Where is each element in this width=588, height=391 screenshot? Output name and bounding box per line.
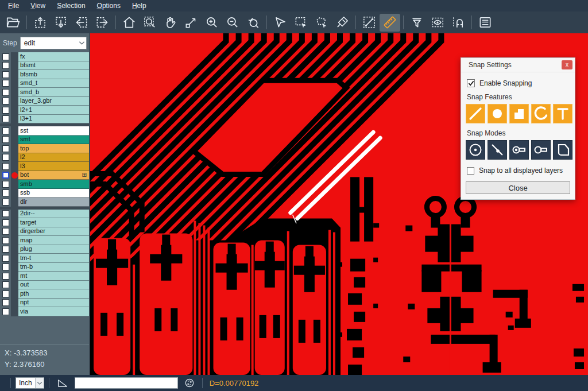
layer-checkbox-mt[interactable] — [2, 273, 9, 280]
layer-checkbox-npt[interactable] — [2, 299, 9, 306]
layer-checkbox-layer_3.gbr[interactable] — [2, 98, 9, 104]
open-folder-button[interactable] — [3, 14, 24, 32]
layer-label-dir[interactable]: dir — [18, 198, 89, 207]
brush-button[interactable] — [332, 14, 353, 32]
layer-label-tm-t[interactable]: tm-t — [18, 254, 89, 263]
layer-checkbox-smd_b[interactable] — [2, 89, 9, 96]
snap-magnet-button[interactable] — [448, 14, 469, 32]
layer-checkbox-l2[interactable] — [2, 154, 9, 161]
layer-checkbox-l3[interactable] — [2, 163, 9, 170]
layer-label-smt[interactable]: smt — [18, 136, 89, 145]
layer-label-via[interactable]: via — [18, 307, 89, 316]
layer-label-l2+1[interactable]: l2+1 — [18, 106, 89, 115]
snap-all-layers-checkbox[interactable] — [467, 167, 474, 175]
layer-checkbox-tm-t[interactable] — [2, 255, 9, 262]
layer-label-bot[interactable]: bot⊞ — [18, 171, 89, 180]
layer-label-out[interactable]: out — [18, 281, 89, 290]
snap-mode-pad-entry-open-button[interactable] — [531, 140, 551, 160]
layer-checkbox-l3+1[interactable] — [2, 115, 9, 122]
layer-checkbox-dirgerber[interactable] — [2, 228, 9, 235]
angle-measure-icon[interactable] — [56, 377, 69, 389]
layer-checkbox-pth[interactable] — [2, 291, 9, 297]
layer-label-bfsmt[interactable]: bfsmt — [18, 61, 89, 71]
nudge-left-button[interactable] — [71, 14, 92, 32]
layer-label-dirgerber[interactable]: dirgerber — [18, 227, 89, 237]
zoom-in-button[interactable] — [202, 14, 222, 32]
grid-icon[interactable]: ⊞ — [82, 172, 87, 178]
snap-mode-pad-entry-filled-button[interactable] — [509, 140, 529, 160]
layer-label-layer_3.gbr[interactable]: layer_3.gbr — [18, 97, 89, 106]
snap-mode-contour-button[interactable] — [553, 140, 572, 160]
menu-help[interactable]: Help — [126, 1, 152, 11]
snap-feature-text-button[interactable] — [553, 104, 572, 123]
pcb-canvas[interactable]: Snap Settings x Enable Snapping Snap Fea… — [90, 33, 588, 375]
filter-button[interactable] — [407, 14, 427, 32]
layer-label-plug[interactable]: plug — [18, 245, 89, 254]
layer-checkbox-bfsmb[interactable] — [2, 71, 9, 78]
layer-label-pth[interactable]: pth — [18, 289, 89, 299]
layer-checkbox-via[interactable] — [2, 308, 9, 315]
select-polygon-button[interactable] — [311, 14, 332, 32]
layer-checkbox-top[interactable] — [2, 145, 9, 152]
layer-label-smd_t[interactable]: smd_t — [18, 79, 89, 88]
unit-select[interactable]: Inch — [16, 377, 44, 389]
view-options-eye-button[interactable] — [427, 14, 448, 32]
menu-view[interactable]: View — [25, 1, 51, 11]
layer-checkbox-map[interactable] — [2, 237, 9, 244]
snap-mode-center-button[interactable] — [466, 140, 485, 160]
layer-label-fx[interactable]: fx — [18, 52, 89, 61]
step-select[interactable]: edit — [20, 37, 87, 49]
layer-checkbox-bot[interactable] — [2, 172, 9, 179]
layer-label-npt[interactable]: npt — [18, 299, 89, 308]
nudge-down-button[interactable] — [51, 14, 71, 32]
menu-selection[interactable]: Selection — [51, 1, 91, 11]
layer-checkbox-dir[interactable] — [2, 199, 9, 206]
layer-label-l3+1[interactable]: l3+1 — [18, 115, 89, 124]
layer-label-sst[interactable]: sst — [18, 126, 89, 136]
layer-label-l2[interactable]: l2 — [18, 153, 89, 162]
snap-feature-line-button[interactable] — [466, 104, 485, 123]
select-rect-button[interactable] — [291, 14, 311, 32]
measure-line-button[interactable] — [359, 14, 380, 32]
ruler-button[interactable] — [380, 14, 400, 32]
layer-checkbox-smt[interactable] — [2, 136, 9, 143]
zoom-window-button[interactable] — [140, 14, 160, 32]
snap-mode-midpoint-button[interactable] — [488, 140, 507, 160]
snap-dialog-close-button[interactable]: Close — [466, 181, 570, 194]
pan-hand-button[interactable] — [160, 14, 181, 32]
layer-checkbox-fx[interactable] — [2, 53, 9, 60]
menu-options[interactable]: Options — [91, 1, 126, 11]
nudge-up-button[interactable] — [30, 14, 51, 32]
layer-label-smb[interactable]: smb — [18, 180, 89, 189]
layer-checkbox-l2+1[interactable] — [2, 107, 9, 114]
layer-checkbox-target[interactable] — [2, 219, 9, 226]
layer-checkbox-tm-b[interactable] — [2, 264, 9, 270]
layer-label-tm-b[interactable]: tm-b — [18, 263, 89, 272]
layer-label-smd_b[interactable]: smd_b — [18, 88, 89, 97]
layer-checkbox-2dir--[interactable] — [2, 210, 9, 217]
nudge-right-button[interactable] — [92, 14, 113, 32]
layer-checkbox-out[interactable] — [2, 281, 9, 288]
layer-checkbox-smb[interactable] — [2, 181, 9, 188]
move-vertex-button[interactable] — [181, 14, 202, 32]
enable-snapping-checkbox[interactable] — [467, 79, 475, 87]
select-arrow-button[interactable] — [270, 14, 291, 32]
layer-label-top[interactable]: top — [18, 144, 89, 153]
measure-value-input[interactable] — [75, 377, 178, 389]
layer-label-target[interactable]: target — [18, 218, 89, 227]
layer-label-l3[interactable]: l3 — [18, 162, 89, 171]
layer-label-mt[interactable]: mt — [18, 272, 89, 281]
layer-label-2dir--[interactable]: 2dir-- — [18, 210, 89, 219]
layer-checkbox-sst[interactable] — [2, 127, 9, 134]
snap-dialog-titlebar[interactable]: Snap Settings x — [461, 58, 575, 72]
layers-list-button[interactable] — [475, 14, 496, 32]
snap-feature-arc-button[interactable] — [531, 104, 551, 123]
sync-refresh-icon[interactable] — [184, 377, 195, 389]
close-icon[interactable]: x — [562, 60, 572, 69]
zoom-out-button[interactable] — [222, 14, 243, 32]
layer-label-bfsmb[interactable]: bfsmb — [18, 70, 89, 79]
home-view-button[interactable] — [119, 14, 140, 32]
zoom-previous-button[interactable] — [243, 14, 264, 32]
snap-feature-pad-button[interactable] — [488, 104, 507, 123]
layer-checkbox-bfsmt[interactable] — [2, 62, 9, 69]
